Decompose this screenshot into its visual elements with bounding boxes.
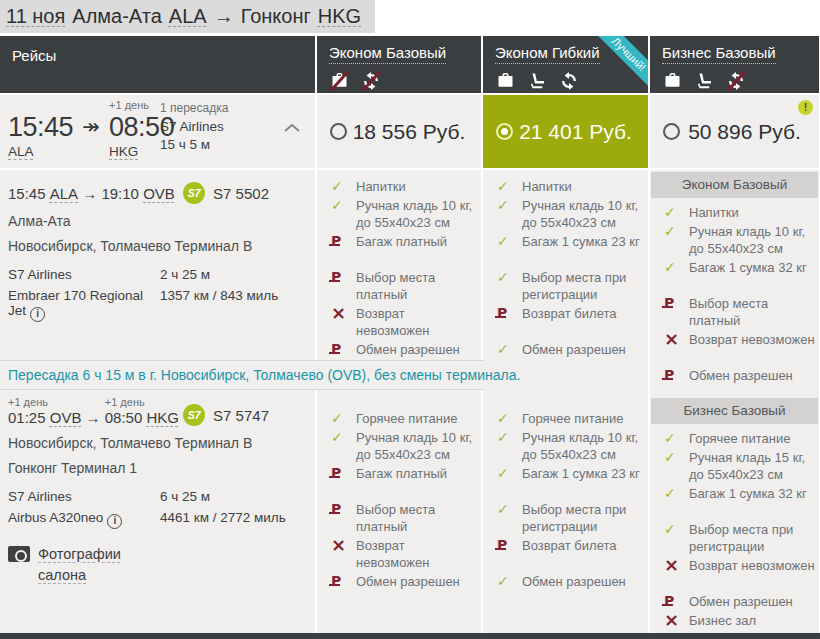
transfer-note: Пересадка 6 ч 15 м в г. Новосибирск, Тол… — [0, 360, 484, 390]
arrow-icon: → — [82, 185, 97, 202]
segment-dep-code-link[interactable]: OVB — [50, 409, 82, 426]
check-icon — [331, 197, 356, 233]
fare-features-seg2: Горячее питание Ручная кладь 15 кг, до 5… — [650, 424, 819, 631]
s7-logo: S7 — [183, 404, 205, 426]
info-icon[interactable] — [107, 514, 122, 529]
plus-day-label: +1 день — [105, 395, 179, 409]
ruble-icon — [331, 341, 356, 360]
seat-icon — [527, 71, 548, 91]
arrival-code-link[interactable]: HKG — [109, 144, 138, 159]
segment-duration: 2 ч 25 м — [160, 267, 210, 282]
check-icon — [664, 449, 689, 485]
cross-icon — [664, 612, 689, 631]
fare-radio-selected[interactable] — [496, 123, 513, 140]
cross-icon — [664, 331, 689, 367]
next-result-edge — [0, 633, 820, 639]
to-code-link[interactable]: HKG — [318, 5, 361, 28]
check-icon — [497, 465, 522, 501]
flight-number: S7 5502 — [213, 185, 269, 202]
fare-header-business-base[interactable]: Бизнес Базовый — [650, 36, 819, 93]
s7-logo: S7 — [183, 182, 205, 204]
check-icon — [664, 259, 689, 295]
seat-icon — [694, 71, 715, 91]
date-link[interactable]: 11 ноя — [6, 5, 65, 28]
duration-label: 15 ч 5 м — [160, 137, 228, 152]
ruble-icon — [331, 501, 356, 537]
departure-code-link[interactable]: ALA — [8, 144, 34, 159]
exchange-icon — [559, 71, 580, 91]
destination-city: Новосибирск, Толмачево Терминал B — [8, 238, 305, 254]
fare-name-label[interactable]: Эконом Базовый — [329, 44, 446, 64]
ruble-icon — [331, 465, 356, 501]
check-icon — [497, 178, 522, 197]
from-code-link[interactable]: ALA — [169, 5, 207, 28]
cross-icon — [331, 537, 356, 573]
destination-city: Гонконг Терминал 1 — [8, 460, 305, 476]
arrow-icon: → — [86, 409, 101, 426]
info-icon[interactable] — [30, 307, 45, 322]
segment-arr-code-link[interactable]: HKG — [146, 409, 179, 426]
airline-name: S7 Airlines — [8, 489, 160, 504]
fare-radio[interactable] — [663, 123, 680, 140]
flight-number: S7 5747 — [213, 407, 269, 424]
check-icon — [497, 429, 522, 465]
flights-column-header: Рейсы — [0, 36, 315, 93]
aircraft-name: Embraer 170 Regional Jet — [8, 288, 143, 318]
fare-column-econom-flex: 21 401 Руб. Напитки Ручная кладь 10 кг, … — [483, 95, 648, 637]
transfers-label: 1 пересадка — [160, 101, 228, 115]
fare-name-label[interactable]: Бизнес Базовый — [662, 44, 776, 64]
fares-table: Рейсы Эконом Базовый Эконом Гибкий — [0, 36, 819, 637]
segment-1-details: 15:45 ALA → 19:10 OVB S7 S7 5502 Алма-Ат… — [0, 170, 315, 360]
segment-2-details: +1 день 01:25 OVB → +1 день 08:50 HKG S7… — [0, 390, 315, 637]
check-icon — [497, 197, 522, 233]
ruble-icon — [664, 295, 689, 331]
transfer-note-row: Пересадка 6 ч 15 м в г. Новосибирск, Тол… — [0, 360, 315, 390]
ruble-icon — [664, 367, 689, 386]
check-icon — [331, 429, 356, 465]
price-cell-business-base[interactable]: 50 896 Руб. ! — [650, 95, 819, 170]
segment-dep-time: 15:45 — [8, 185, 46, 202]
check-icon — [664, 204, 689, 223]
summary-arrow-icon: ↠ — [73, 112, 109, 142]
flights-header-label: Рейсы — [12, 47, 56, 64]
check-icon — [664, 223, 689, 259]
origin-city: Новосибирск, Толмачево Терминал B — [8, 435, 305, 451]
warning-icon[interactable]: ! — [798, 100, 813, 115]
check-icon — [331, 178, 356, 197]
segment-dep-code-link[interactable]: ALA — [50, 185, 78, 202]
price-cell-econom-flex[interactable]: 21 401 Руб. — [483, 95, 648, 170]
segment-arr-time: 08:50 — [105, 409, 143, 426]
cabin-photos-link[interactable]: Фотографии салона — [8, 544, 305, 586]
camera-icon — [8, 546, 30, 562]
ruble-icon — [331, 269, 356, 305]
ruble-icon — [664, 593, 689, 612]
check-icon — [497, 410, 522, 429]
fare-header-econom-flex[interactable]: Эконом Гибкий Лучший! — [483, 36, 648, 93]
to-city: Гонконг — [241, 5, 311, 28]
segment-class-band: Эконом Базовый — [651, 172, 818, 198]
fare-name-label[interactable]: Эконом Гибкий — [495, 44, 600, 64]
segment-arr-code-link[interactable]: OVB — [143, 185, 175, 202]
check-icon — [497, 341, 522, 360]
fare-features-seg1: Напитки Ручная кладь 10 кг, до 55х40х23 … — [483, 170, 648, 360]
collapse-chevron-icon[interactable] — [283, 119, 301, 137]
check-icon — [497, 573, 522, 592]
baggage-icon — [662, 71, 683, 91]
flight-summary: +1 день 15:45 ↠ 08:50 ALA HKG 1 пересадк… — [0, 95, 315, 170]
check-icon — [497, 233, 522, 269]
fare-column-business-base: 50 896 Руб. ! Эконом Базовый Напитки Руч… — [650, 95, 819, 637]
ruble-icon — [331, 233, 356, 269]
fare-features-seg2: Горячее питание Ручная кладь 10 кг, до 5… — [483, 390, 648, 592]
check-icon — [497, 269, 522, 305]
fare-features-seg1: Напитки Ручная кладь 10 кг, до 55х40х23 … — [650, 198, 819, 386]
exchange-crossed-icon — [361, 71, 382, 91]
check-icon — [497, 501, 522, 537]
check-icon — [331, 410, 356, 429]
departure-time: 15:45 — [8, 112, 73, 142]
fare-radio[interactable] — [330, 123, 347, 140]
airline-name: S7 Airlines — [8, 267, 160, 282]
price-cell-econom-base[interactable]: 18 556 Руб. — [317, 95, 481, 170]
cross-icon — [331, 305, 356, 341]
origin-city: Алма-Ата — [8, 213, 305, 229]
fare-header-econom-base[interactable]: Эконом Базовый — [317, 36, 481, 93]
